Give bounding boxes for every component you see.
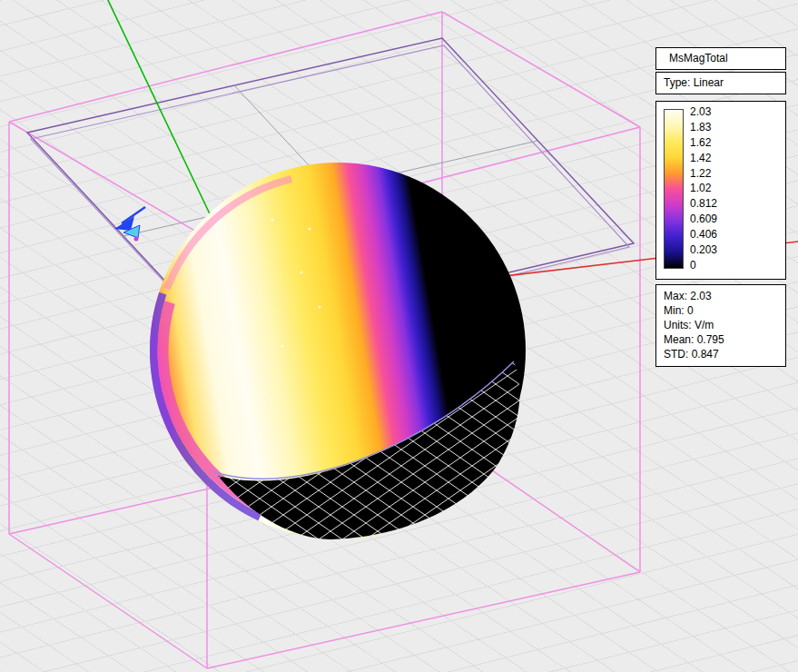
cs-origin-dot xyxy=(134,237,139,242)
cs-arrow xyxy=(114,207,145,242)
legend-scale-type: Type: Linear xyxy=(655,72,786,94)
cs-arrow-line xyxy=(122,207,145,223)
stat-max: Max: 2.03 xyxy=(664,289,780,303)
stat-units: Units: V/m xyxy=(664,318,780,332)
stat-std: STD: 0.847 xyxy=(664,347,780,361)
box-edge xyxy=(9,12,442,122)
colorbar-tick-label: 1.83 xyxy=(690,122,717,133)
field-legend: MsMagTotal Type: Linear 2.03 1.83 1.62 1… xyxy=(655,47,786,367)
stat-min: Min: 0 xyxy=(664,303,780,318)
legend-stats: Max: 2.03 Min: 0 Units: V/m Mean: 0.795 … xyxy=(655,284,786,367)
stat-mean: Mean: 0.795 xyxy=(664,332,780,347)
colorbar-tick-label: 1.42 xyxy=(690,153,717,164)
colorbar-tick-label: 1.22 xyxy=(690,168,717,180)
modeler-viewport[interactable]: MsMagTotal Type: Linear 2.03 1.83 1.62 1… xyxy=(0,0,798,672)
colorbar-tick-label: 2.03 xyxy=(690,106,717,118)
colorbar-tick-label: 0.406 xyxy=(690,229,717,241)
colorbar-tick-label: 1.62 xyxy=(690,137,717,149)
box-edge xyxy=(207,572,640,668)
y-axis-green xyxy=(106,0,214,223)
box-edge xyxy=(9,534,207,668)
legend-title: MsMagTotal xyxy=(655,47,786,70)
colorbar-tick-label: 1.02 xyxy=(690,183,717,194)
colorbar-tick-label: 0.203 xyxy=(690,244,717,256)
colorbar-tick-label: 0.609 xyxy=(690,213,717,225)
legend-colorbar: 2.03 1.83 1.62 1.42 1.22 1.02 0.812 0.60… xyxy=(655,101,786,280)
field-sphere xyxy=(150,163,526,539)
colorbar-labels: 2.03 1.83 1.62 1.42 1.22 1.02 0.812 0.60… xyxy=(690,106,717,272)
colorbar-tick-label: 0 xyxy=(690,260,717,272)
colorbar-gradient xyxy=(664,109,684,269)
colorbar-tick-label: 0.812 xyxy=(690,198,717,210)
